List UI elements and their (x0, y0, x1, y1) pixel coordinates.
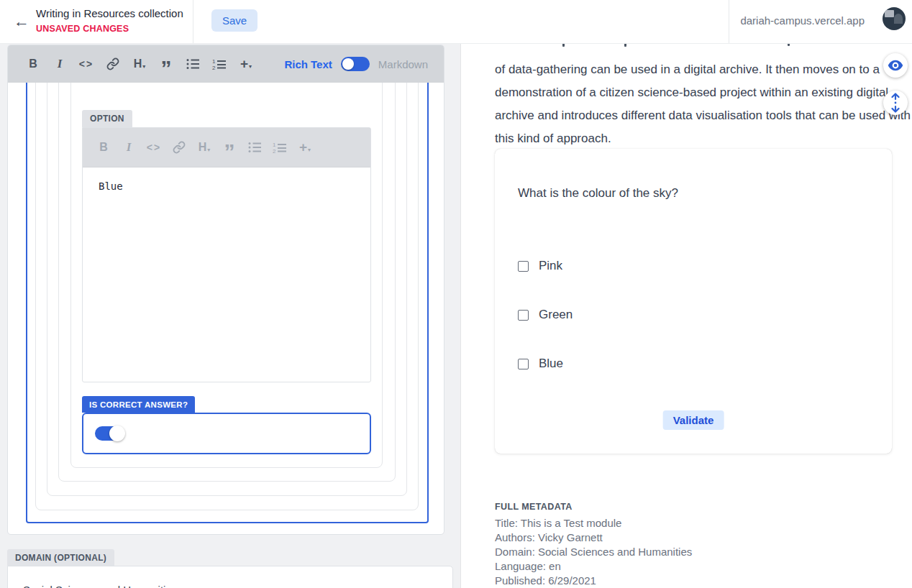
metadata-line: Title: This is a Test module (495, 516, 692, 530)
editor-pane: B I <> H▾ ” 12 +▾ Rich Text Markdow (0, 43, 460, 588)
editor-scroll-area[interactable]: OPTION B I <> H▾ ” (8, 83, 444, 535)
svg-text:2: 2 (212, 65, 216, 70)
heading-icon[interactable]: H▾ (132, 56, 147, 72)
quiz-option-label[interactable]: Blue (539, 357, 563, 371)
metadata-line: Domain: Social Sciences and Humanities (495, 545, 692, 559)
rich-text-toolbar: B I <> H▾ ” 12 +▾ Rich Text Markdow (8, 45, 444, 83)
preview-pane: of data-gathering can be used in a digit… (460, 43, 912, 588)
page-title: Writing in Resources collection (36, 6, 183, 21)
quote-icon[interactable]: ” (158, 52, 174, 76)
save-button[interactable]: Save (211, 9, 257, 32)
preview-visibility-button[interactable] (883, 53, 908, 78)
code-icon[interactable]: <> (146, 139, 162, 155)
svg-text:2: 2 (273, 148, 276, 153)
avatar[interactable] (883, 7, 906, 30)
top-bar: ← Writing in Resources collection UNSAVE… (0, 0, 912, 44)
checkbox-icon[interactable] (518, 310, 529, 321)
vertical-arrows-icon (890, 93, 900, 113)
checkbox-icon[interactable] (518, 261, 529, 272)
metadata-line: Language: en (495, 559, 692, 574)
quote-icon[interactable]: ” (222, 135, 237, 160)
rich-text-widget-card: B I <> H▾ ” 12 +▾ Rich Text Markdow (7, 45, 444, 535)
chevron-down-icon: ▾ (207, 147, 210, 153)
option-field-label: OPTION (82, 110, 132, 127)
paragraph-line: demonstration of a citizen science-based… (495, 81, 898, 104)
chevron-down-icon: ▾ (142, 63, 145, 70)
rich-text-mode-label[interactable]: Rich Text (284, 58, 332, 70)
mode-toggle[interactable] (341, 57, 370, 71)
preview-paragraph: of data-gathering can be used in a digit… (495, 58, 898, 150)
scroll-sync-button[interactable] (883, 91, 908, 115)
numbered-list-icon[interactable]: 12 (211, 56, 227, 72)
link-icon[interactable] (105, 56, 121, 72)
domain-selected-value: Social Sciences and Humanities (23, 584, 177, 588)
paragraph-line: this kind of approach. (495, 127, 898, 150)
italic-icon[interactable]: I (52, 56, 68, 72)
italic-icon[interactable]: I (121, 139, 137, 155)
toggle-knob (109, 426, 125, 441)
add-component-icon[interactable]: +▾ (238, 56, 254, 72)
validate-button[interactable]: Validate (663, 410, 724, 430)
bold-icon[interactable]: B (96, 139, 111, 155)
site-name: dariah-campus.vercel.app (740, 14, 865, 27)
header-divider (193, 0, 193, 43)
link-icon[interactable] (171, 139, 187, 155)
quiz-question: What is the colour of the sky? (518, 186, 678, 201)
metadata-line: Authors: Vicky Garnett (495, 530, 692, 545)
quiz-option-label[interactable]: Pink (539, 259, 562, 273)
chevron-down-icon: ▾ (308, 147, 311, 153)
checkbox-icon[interactable] (518, 359, 529, 369)
chevron-down-icon: ▾ (249, 63, 252, 70)
is-correct-answer-label: IS CORRECT ANSWER? (82, 396, 195, 413)
full-metadata-heading: FULL METADATA (495, 502, 573, 512)
option-text-editor[interactable]: Blue (83, 167, 370, 205)
domain-field-label: DOMAIN (OPTIONAL) (7, 549, 114, 566)
header-divider (729, 0, 729, 43)
option-field: B I <> H▾ ” 12 +▾ (82, 127, 371, 382)
numbered-list-icon[interactable]: 12 (272, 139, 288, 155)
svg-text:1: 1 (212, 58, 216, 65)
title-block: Writing in Resources collection UNSAVED … (36, 6, 183, 35)
unsaved-changes-badge: UNSAVED CHANGES (36, 22, 183, 35)
svg-text:1: 1 (273, 142, 276, 148)
paragraph-line: of data-gathering can be used in a digit… (495, 58, 898, 81)
quiz-option-row[interactable]: Green (518, 308, 573, 322)
is-correct-answer-field (82, 413, 371, 454)
code-icon[interactable]: <> (78, 56, 94, 72)
bulleted-list-icon[interactable] (247, 139, 263, 155)
quiz-option-row[interactable]: Pink (518, 259, 562, 273)
quiz-option-label[interactable]: Green (539, 308, 573, 322)
domain-select[interactable]: Social Sciences and Humanities × (7, 566, 453, 588)
eye-icon (888, 60, 903, 71)
bulleted-list-icon[interactable] (185, 56, 201, 72)
quiz-option-row[interactable]: Blue (518, 357, 563, 371)
markdown-mode-label[interactable]: Markdown (378, 58, 428, 70)
paragraph-line: archive and introduces different data vi… (495, 104, 898, 127)
back-arrow-icon[interactable]: ← (10, 10, 33, 33)
quiz-card: What is the colour of the sky? Pink Gree… (495, 149, 892, 454)
add-component-icon[interactable]: +▾ (297, 139, 313, 155)
toggle-knob (342, 58, 354, 70)
option-toolbar: B I <> H▾ ” 12 +▾ (83, 128, 370, 167)
metadata-line: Published: 6/29/2021 (495, 574, 692, 588)
bold-icon[interactable]: B (25, 56, 41, 72)
metadata-list: Title: This is a Test module Authors: Vi… (495, 516, 692, 588)
heading-icon[interactable]: H▾ (196, 139, 212, 155)
is-correct-toggle[interactable] (95, 426, 124, 441)
